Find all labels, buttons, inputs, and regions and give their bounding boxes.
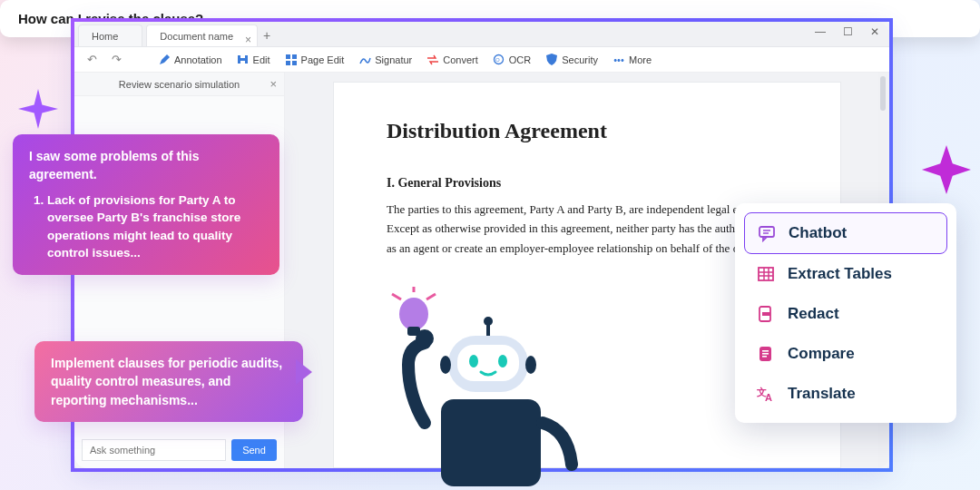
svg-rect-3 [286, 54, 290, 59]
menu-translate[interactable]: 文A Translate [744, 374, 947, 414]
svg-text:O: O [495, 57, 500, 63]
bubble-text: Implement clauses for periodic audits, q… [51, 356, 282, 407]
menu-label: Translate [788, 385, 856, 403]
svg-point-16 [484, 317, 493, 326]
close-window-icon[interactable]: ✕ [866, 25, 884, 38]
ai-bubble-answer: Implement clauses for periodic audits, q… [34, 341, 303, 422]
svg-rect-2 [240, 58, 245, 61]
panel-header: Review scenario simulation × [74, 73, 284, 96]
bubble-text: I saw some problems of this agreement. [29, 147, 263, 184]
close-icon[interactable]: × [270, 77, 277, 91]
toolbar-page-edit[interactable]: Page Edit [285, 54, 345, 66]
ai-bubble-problems: I saw some problems of this agreement. L… [13, 134, 279, 275]
toolbar-annotation[interactable]: Annotation [158, 54, 222, 66]
bubble-list-item: Lack of provisions for Party A to overse… [47, 191, 263, 262]
menu-extract-tables[interactable]: Extract Tables [744, 254, 947, 294]
svg-point-12 [399, 298, 428, 330]
toolbar-edit[interactable]: Edit [237, 54, 270, 66]
svg-point-19 [469, 355, 478, 368]
svg-point-20 [498, 355, 507, 368]
doc-title: Distribution Agreement [387, 119, 788, 143]
signature-icon [358, 54, 371, 66]
toolbar-signature[interactable]: Signatur [358, 54, 412, 66]
doc-body-text: The parties to this agreement, Party A a… [387, 200, 788, 258]
chat-icon [758, 224, 776, 242]
tab-label: Home [92, 31, 118, 42]
panel-input-row: Send [74, 432, 284, 468]
redact-icon [757, 305, 775, 323]
menu-redact[interactable]: Redact [744, 294, 947, 334]
svg-rect-6 [292, 61, 297, 65]
panel-title: Review scenario simulation [119, 79, 240, 90]
window-controls: — ☐ ✕ [811, 25, 884, 38]
svg-rect-4 [292, 54, 297, 59]
sparkle-decoration [18, 89, 58, 129]
send-button[interactable]: Send [231, 439, 277, 461]
svg-rect-37 [762, 356, 767, 358]
redo-icon[interactable]: ↷ [112, 53, 122, 66]
svg-text:A: A [765, 392, 772, 403]
shield-icon [545, 54, 558, 66]
menu-label: Extract Tables [788, 265, 892, 283]
tab-label: Document name [160, 31, 233, 42]
toolbar-ocr[interactable]: O OCR [493, 54, 531, 66]
bubble-tail [296, 359, 312, 385]
svg-rect-23 [441, 399, 541, 486]
svg-line-10 [392, 294, 401, 299]
menu-label: Compare [788, 345, 855, 363]
svg-rect-27 [759, 268, 773, 280]
toolbar-security[interactable]: Security [545, 54, 598, 66]
close-icon[interactable]: × [245, 29, 251, 51]
compare-icon [757, 345, 775, 363]
new-tab-button[interactable]: + [258, 24, 276, 46]
svg-rect-35 [762, 350, 769, 352]
menu-compare[interactable]: Compare [744, 334, 947, 374]
tab-home[interactable]: Home [78, 24, 142, 46]
svg-point-14 [416, 329, 434, 348]
svg-rect-0 [238, 55, 240, 64]
svg-rect-33 [762, 312, 770, 316]
ocr-icon: O [493, 54, 505, 66]
doc-section-heading: I. General Provisions [387, 176, 788, 191]
feature-menu: Chatbot Extract Tables Redact Compare 文A… [735, 203, 956, 423]
menu-label: Redact [788, 305, 839, 323]
svg-rect-36 [762, 353, 769, 355]
undo-icon[interactable]: ↶ [87, 53, 97, 66]
svg-rect-1 [245, 55, 248, 64]
svg-rect-5 [286, 61, 290, 65]
maximize-icon[interactable]: ☐ [838, 25, 857, 38]
svg-point-22 [525, 356, 536, 374]
convert-icon [426, 54, 439, 66]
more-icon: ••• [612, 54, 625, 66]
edit-icon [237, 54, 250, 66]
grid-icon [285, 54, 298, 66]
menu-label: Chatbot [789, 224, 847, 242]
svg-point-21 [440, 356, 451, 374]
svg-rect-24 [760, 227, 774, 237]
robot-illustration [388, 287, 588, 486]
sparkle-decoration [922, 145, 971, 194]
toolbar-convert[interactable]: Convert [426, 54, 478, 66]
tab-bar: Home Document name × + — ☐ ✕ [74, 22, 889, 47]
tab-document[interactable]: Document name × [146, 24, 258, 46]
menu-chatbot[interactable]: Chatbot [744, 212, 947, 254]
minimize-icon[interactable]: — [811, 25, 829, 38]
toolbar-more[interactable]: ••• More [612, 54, 652, 66]
pen-icon [158, 54, 171, 66]
translate-icon: 文A [757, 385, 775, 403]
svg-line-11 [426, 294, 436, 299]
table-icon [757, 265, 775, 283]
toolbar: ↶ ↷ Annotation Edit Page Edit Signatur C… [74, 47, 889, 73]
ask-input[interactable] [82, 439, 226, 461]
